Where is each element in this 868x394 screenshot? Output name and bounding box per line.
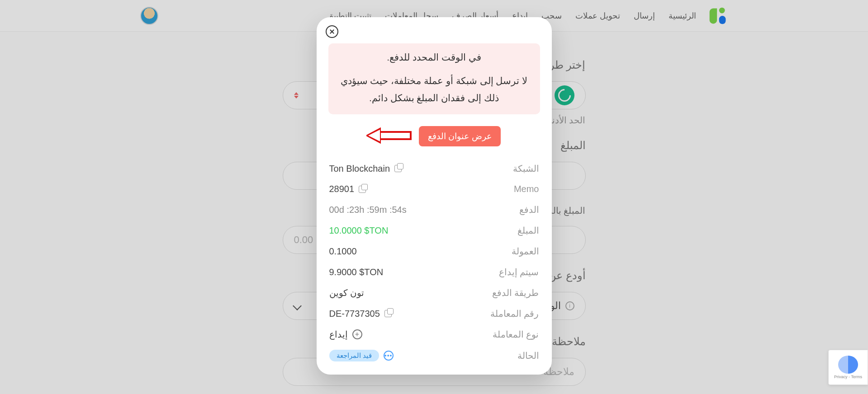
credit-label: سيتم إيداع (499, 267, 539, 277)
status-value: قيد المراجعة ••• (329, 350, 394, 361)
recaptcha-privacy[interactable]: Privacy (834, 375, 848, 379)
amount-label: المبلغ (517, 225, 539, 236)
recaptcha-badge: Privacy - Terms (828, 350, 868, 385)
warning-box: في الوقت المحدد للدفع. لا ترسل إلى شبكة … (328, 43, 540, 114)
type-value: إيداع+ (329, 329, 362, 340)
pay-label: الدفع (519, 204, 539, 215)
network-label: الشبكة (513, 163, 539, 174)
arrow-annotation (366, 127, 412, 146)
fee-value: 0.1000 (329, 246, 357, 257)
payment-modal: في الوقت المحدد للدفع. لا ترسل إلى شبكة … (317, 17, 552, 375)
status-badge: قيد المراجعة (329, 350, 379, 361)
warning-line-1: في الوقت المحدد للدفع. (337, 49, 531, 66)
svg-rect-2 (380, 132, 411, 139)
show-address-button[interactable]: عرض عنوان الدفع (419, 126, 501, 146)
warning-line-2: لا ترسل إلى شبكة أو عملة مختلفة، حيث سيؤ… (337, 72, 531, 107)
row-method: طريقة الدفع تون كوين (328, 282, 540, 303)
memo-label: Memo (514, 184, 539, 194)
method-value: تون كوين (329, 287, 365, 298)
plus-icon: + (352, 329, 362, 339)
more-icon[interactable]: ••• (384, 351, 394, 361)
row-type: نوع المعاملة إيداع+ (328, 324, 540, 345)
copy-icon[interactable] (394, 165, 402, 172)
credit-value: 9.9000 $TON (329, 267, 384, 277)
row-status: الحالة قيد المراجعة ••• (328, 345, 540, 366)
recaptcha-terms[interactable]: Terms (851, 375, 862, 379)
close-button[interactable] (326, 25, 338, 38)
txn-value: DE-7737305 (329, 309, 392, 319)
type-label: نوع المعاملة (493, 329, 539, 340)
row-fee: العمولة 0.1000 (328, 241, 540, 262)
status-label: الحالة (517, 350, 539, 361)
memo-value: 28901 (329, 184, 366, 194)
copy-icon[interactable] (359, 186, 366, 193)
row-network: الشبكة Ton Blockchain (328, 158, 540, 179)
action-row: عرض عنوان الدفع (328, 126, 540, 146)
amount-value: 10.0000 $TON (329, 225, 389, 236)
row-memo: Memo 28901 (328, 179, 540, 199)
copy-icon[interactable] (384, 310, 392, 317)
fee-label: العمولة (512, 246, 539, 257)
recaptcha-icon (838, 356, 858, 374)
row-countdown: الدفع 00d :23h :59m :54s (328, 199, 540, 220)
row-txn: رقم المعاملة DE-7737305 (328, 303, 540, 324)
modal-overlay: في الوقت المحدد للدفع. لا ترسل إلى شبكة … (0, 0, 868, 394)
method-label: طريقة الدفع (492, 287, 539, 298)
row-credit: سيتم إيداع 9.9000 $TON (328, 262, 540, 282)
row-amount: المبلغ 10.0000 $TON (328, 220, 540, 241)
txn-label: رقم المعاملة (490, 308, 539, 319)
countdown-value: 00d :23h :59m :54s (329, 205, 407, 215)
network-value: Ton Blockchain (329, 164, 402, 174)
